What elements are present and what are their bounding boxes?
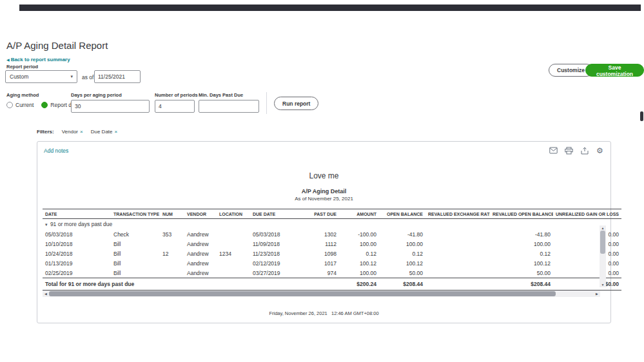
table-cell: Aandrew xyxy=(184,258,217,268)
col-due-date: DUE DATE xyxy=(250,209,297,219)
table-cell: 100.00 xyxy=(379,239,425,249)
table-cell: 1017 xyxy=(297,258,339,268)
number-of-periods-label: Number of periods xyxy=(155,92,198,98)
table-cell: 10/24/2018 xyxy=(43,249,111,258)
table-row[interactable]: 01/13/2019BillAandrew02/12/20191017100.1… xyxy=(43,258,621,268)
save-customization-button[interactable]: Save customization xyxy=(585,64,644,77)
table-cell: 0.12 xyxy=(379,249,425,258)
table-row[interactable]: 10/24/2018Bill12Aandrew123411/23/2018109… xyxy=(43,249,621,258)
table-cell xyxy=(425,278,490,291)
table-cell: 10/10/2018 xyxy=(43,239,111,249)
scroll-up-icon[interactable]: ▲ xyxy=(600,225,606,231)
table-cell: Bill xyxy=(111,239,160,249)
table-horizontal-scrollbar[interactable]: ◀ ▶ xyxy=(43,291,600,297)
table-cell: 03/27/2019 xyxy=(250,268,297,278)
col-unrealized-gain-or-loss: UNREALIZED GAIN OR LOSS xyxy=(553,209,621,219)
min-days-past-due-input[interactable] xyxy=(199,100,259,113)
col-revalued-open-balance: REVALUED OPEN BALANCE xyxy=(490,209,553,219)
col-vendor: VENDOR xyxy=(184,209,217,219)
table-cell: 100.00 xyxy=(339,268,379,278)
table-cell: ▾ 91 or more days past due xyxy=(43,219,621,230)
table-cell: 0.12 xyxy=(490,249,553,258)
min-days-past-due-label: Min. Days Past Due xyxy=(199,92,243,98)
radio-current-circle xyxy=(6,102,13,108)
filter-vendor-remove-icon[interactable]: × xyxy=(80,129,83,135)
filters-row: Filters: Vendor × Due Date × xyxy=(37,129,117,135)
add-notes-link[interactable]: Add notes xyxy=(44,148,68,154)
horizontal-scroll-thumb[interactable] xyxy=(49,291,556,296)
table-cell: 353 xyxy=(160,229,184,239)
table-vertical-scrollbar[interactable]: ▲ ▼ xyxy=(600,225,606,287)
table-cell xyxy=(217,229,250,239)
table-cell: Total for 91 or more days past due xyxy=(43,278,339,291)
table-cell: 12 xyxy=(160,249,184,258)
report-panel: Add notes ⚙ Love me A/P Aging Detail As … xyxy=(37,141,611,323)
table-cell xyxy=(217,268,250,278)
table-cell: 1234 xyxy=(217,249,250,258)
table-total-row: Total for 91 or more days past due$200.2… xyxy=(43,278,621,291)
filter-chip-due-date-label: Due Date xyxy=(91,129,113,135)
radio-current[interactable]: Current xyxy=(6,102,34,108)
scroll-right-icon[interactable]: ▶ xyxy=(594,291,600,297)
table-cell: 11/09/2018 xyxy=(250,239,297,249)
table-cell: Aandrew xyxy=(184,249,217,258)
table-cell: 100.00 xyxy=(490,239,553,249)
table-cell xyxy=(160,268,184,278)
table-cell: Check xyxy=(111,229,160,239)
report-toolbar-icons: ⚙ xyxy=(549,146,604,155)
filter-due-date-remove-icon[interactable]: × xyxy=(115,129,118,135)
number-of-periods-input[interactable] xyxy=(155,100,195,113)
table-cell: 02/12/2019 xyxy=(250,258,297,268)
filters-label: Filters: xyxy=(37,129,54,135)
col-past-due: PAST DUE xyxy=(297,209,339,219)
table-cell: 0.00 xyxy=(553,249,621,258)
days-per-aging-period-label: Days per aging period xyxy=(71,92,122,98)
table-cell: 11/23/2018 xyxy=(250,249,297,258)
table-row[interactable]: 05/03/2018Check353Aandrew05/03/20181302-… xyxy=(43,229,621,239)
controls-divider xyxy=(266,92,267,114)
report-title: A/P Aging Detail xyxy=(37,188,610,195)
table-cell: Aandrew xyxy=(184,229,217,239)
table-cell xyxy=(425,249,490,258)
table-cell: Bill xyxy=(111,258,160,268)
back-to-report-summary-link[interactable]: ◀Back to report summary xyxy=(6,57,70,62)
window-scrollbar-thumb[interactable] xyxy=(640,111,643,121)
radio-current-label: Current xyxy=(15,102,34,108)
export-icon[interactable] xyxy=(580,146,589,155)
collapse-caret-icon[interactable]: ▾ xyxy=(45,222,48,227)
radio-report-date-circle xyxy=(41,102,48,108)
settings-icon[interactable]: ⚙ xyxy=(596,146,604,155)
days-per-aging-period-input[interactable] xyxy=(71,100,150,113)
table-row[interactable]: 02/25/2019BillAandrew03/27/2019974100.00… xyxy=(43,268,621,278)
report-period-select[interactable]: Custom ▾ xyxy=(5,70,77,83)
table-cell: 100.12 xyxy=(339,258,379,268)
email-icon[interactable] xyxy=(549,146,558,155)
table-cell: -41.80 xyxy=(490,229,553,239)
vertical-scroll-track[interactable] xyxy=(600,231,606,282)
run-report-button[interactable]: Run report xyxy=(274,97,318,110)
table-row[interactable]: 10/10/2018BillAandrew11/09/20181112100.0… xyxy=(43,239,621,249)
table-group-row[interactable]: ▾ 91 or more days past due xyxy=(43,219,621,230)
as-of-date-input[interactable] xyxy=(94,70,141,83)
aging-method-label: Aging method xyxy=(6,92,39,98)
table-cell: Bill xyxy=(111,268,160,278)
table-cell xyxy=(425,239,490,249)
report-footer-timestamp: Friday, November 26, 2021 12:46 AM GMT+0… xyxy=(37,310,610,316)
filter-chip-due-date: Due Date × xyxy=(91,129,117,135)
table-cell xyxy=(425,229,490,239)
scroll-left-icon[interactable]: ◀ xyxy=(43,291,49,297)
scroll-down-icon[interactable]: ▼ xyxy=(600,282,606,287)
print-icon[interactable] xyxy=(565,146,573,155)
filter-chip-vendor-label: Vendor xyxy=(62,129,78,135)
aging-method-radio-group: Current Report date xyxy=(6,102,79,108)
report-table: DATE TRANSACTION TYPE NUM VENDOR LOCATIO… xyxy=(43,209,621,291)
table-cell: $200.24 xyxy=(339,278,379,291)
table-cell xyxy=(217,239,250,249)
col-location: LOCATION xyxy=(217,209,250,219)
table-cell: 02/25/2019 xyxy=(43,268,111,278)
horizontal-scroll-track[interactable] xyxy=(49,291,594,297)
table-cell: 0.00 xyxy=(553,258,621,268)
company-name: Love me xyxy=(37,171,610,180)
col-transaction-type: TRANSACTION TYPE xyxy=(111,209,160,219)
vertical-scroll-thumb[interactable] xyxy=(600,231,605,254)
